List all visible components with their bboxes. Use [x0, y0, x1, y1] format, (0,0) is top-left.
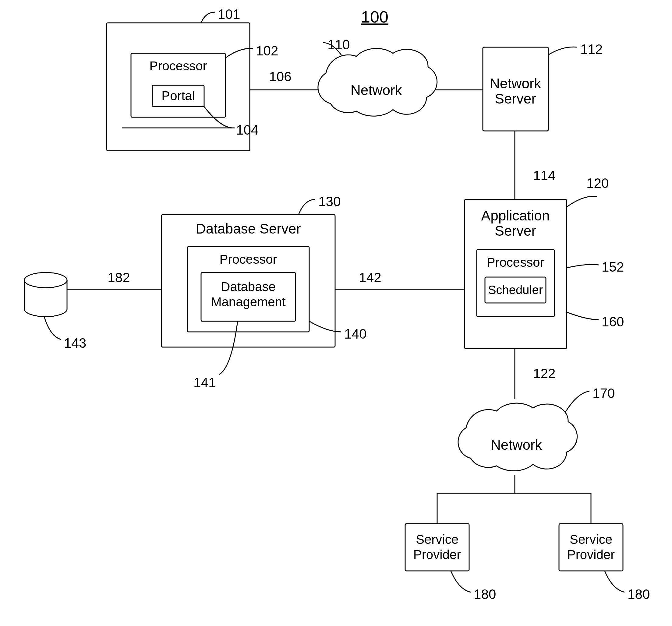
sp-right-l2: Provider [567, 547, 615, 562]
database-server-label: Database Server [196, 221, 301, 236]
ref-110: 110 [328, 37, 350, 52]
processor-label-3: Processor [486, 255, 544, 270]
database-cylinder [24, 273, 67, 317]
ref-182: 182 [107, 270, 130, 285]
network-server-label-1: Network [490, 76, 542, 91]
ref-104: 104 [236, 122, 258, 137]
ref-141: 141 [193, 375, 216, 390]
ref-114: 114 [533, 168, 555, 183]
ref-102: 102 [256, 43, 278, 58]
ref-140: 140 [344, 326, 366, 341]
db-mgmt-label-1: Database [221, 279, 276, 294]
processor-label-2: Processor [219, 252, 277, 267]
scheduler-label: Scheduler [488, 283, 543, 297]
portal-label: Portal [162, 89, 195, 103]
figure-title: 100 [361, 8, 388, 26]
ref-160: 160 [602, 314, 624, 329]
ref-112: 112 [580, 42, 603, 57]
ref-142: 142 [359, 270, 381, 285]
processor-label-1: Processor [149, 59, 207, 73]
sp-left-l1: Service [416, 532, 458, 547]
ref-180-left: 180 [474, 587, 496, 602]
ref-101: 101 [218, 7, 240, 22]
sp-left-l2: Provider [413, 547, 461, 562]
ref-152: 152 [602, 259, 624, 274]
ref-120: 120 [586, 176, 609, 191]
sp-right-l1: Service [570, 532, 612, 547]
app-server-label-2: Server [495, 223, 536, 239]
ref-170: 170 [593, 386, 615, 401]
ref-106: 106 [269, 69, 291, 84]
network-server-label-2: Server [495, 91, 536, 106]
network-label-2: Network [491, 437, 543, 453]
db-mgmt-label-2: Management [211, 295, 285, 309]
network-label-1: Network [351, 82, 402, 98]
ref-180-right: 180 [627, 587, 650, 602]
ref-122: 122 [533, 366, 555, 381]
app-server-label-1: Application [481, 208, 550, 224]
ref-143: 143 [64, 335, 86, 350]
svg-point-11 [24, 273, 67, 288]
ref-130: 130 [318, 194, 341, 209]
